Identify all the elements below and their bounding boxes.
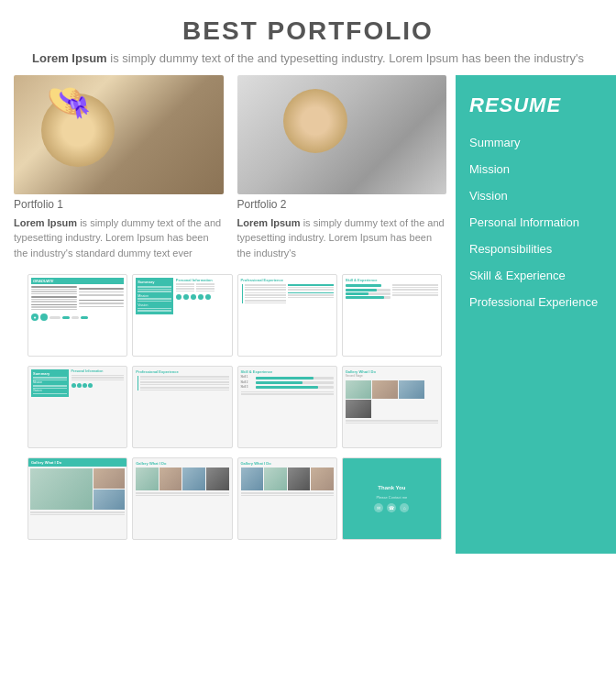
slide-skill[interactable]: Skill & Experience — [342, 274, 442, 357]
slide-graduate[interactable]: GRADUATE — [28, 274, 127, 357]
slides-row-3: Gallery What I Do — [14, 453, 446, 544]
sidebar-nav-vission[interactable]: Vission — [469, 189, 616, 203]
sidebar-nav: Summary Mission Vission Personal Informa… — [469, 136, 616, 309]
portfolio-label-1: Portfolio 1 — [14, 198, 224, 211]
thankyou-icon-2: ☎ — [387, 503, 396, 512]
header: BEST PORTFOLIO Lorem Ipsum is simply dum… — [0, 0, 616, 75]
sidebar-nav-mission[interactable]: Mission — [469, 162, 616, 176]
portfolio-image-1 — [14, 75, 224, 194]
slide-thankyou[interactable]: Thank You Please Contact me ✉ ☎ ⌂ — [342, 457, 442, 540]
portfolio-desc-1: Lorem Ipsum is simply dummy text of the … — [14, 215, 224, 261]
slide-summary2[interactable]: Summary Mission Vission Personal Informa… — [28, 366, 127, 448]
lorem-ipsum-bold: Lorem Ipsum — [32, 51, 107, 65]
main-layout: Portfolio 1 Lorem Ipsum is simply dummy … — [0, 75, 616, 555]
resume-label: RESUME — [469, 94, 616, 117]
slide-skill2[interactable]: Skill & Experience Skill 1 Skill 2 — [237, 366, 337, 448]
thankyou-icon-1: ✉ — [374, 503, 383, 512]
header-subtitle: Lorem Ipsum is simply dummy text of the … — [18, 50, 598, 68]
portfolio-desc-bold-1: Lorem Ipsum — [14, 217, 77, 228]
portfolio-label-2: Portfolio 2 — [237, 198, 447, 211]
right-sidebar: RESUME Summary Mission Vission Personal … — [456, 75, 616, 555]
sidebar-nav-summary[interactable]: Summary — [469, 136, 616, 149]
slide-gallery-what[interactable]: Gallery What I Do Second Stage — [342, 366, 442, 448]
slides-row-1: GRADUATE — [14, 270, 446, 361]
sidebar-nav-responsibilities[interactable]: Responsibilities — [469, 242, 616, 256]
slide-gallery-large[interactable]: Gallery What I Do — [28, 457, 127, 540]
slide-gallery3[interactable]: Gallery What I Do — [237, 457, 337, 540]
portfolio-item-1: Portfolio 1 Lorem Ipsum is simply dummy … — [14, 75, 224, 261]
portfolio-desc-2: Lorem Ipsum is simply dummy text of the … — [237, 215, 447, 261]
sidebar-nav-professional-experience[interactable]: Professional Experience — [469, 295, 616, 309]
slides-row-2: Summary Mission Vission Personal Informa… — [14, 361, 446, 453]
slide-professional[interactable]: Professional Experience — [237, 274, 337, 357]
left-column: Portfolio 1 Lorem Ipsum is simply dummy … — [0, 75, 456, 555]
portfolio-image-2 — [237, 75, 447, 194]
portfolio-desc-bold-2: Lorem Ipsum — [237, 217, 301, 228]
slide-professional2[interactable]: Professional Experience — [132, 366, 232, 448]
header-subtitle-rest: is simply dummy text of the and typesett… — [107, 51, 584, 65]
page-title: BEST PORTFOLIO — [18, 16, 598, 46]
thankyou-icon-3: ⌂ — [400, 503, 409, 512]
sidebar-nav-personal-info[interactable]: Personal Information — [469, 215, 616, 229]
portfolio-row: Portfolio 1 Lorem Ipsum is simply dummy … — [14, 75, 446, 261]
slide-gallery2[interactable]: Gallery What I Do — [132, 457, 232, 540]
portfolio-item-2: Portfolio 2 Lorem Ipsum is simply dummy … — [237, 75, 447, 261]
slide-summary[interactable]: Summary Mission Vission — [132, 274, 232, 357]
sidebar-nav-skill-experience[interactable]: Skill & Experience — [469, 269, 616, 282]
